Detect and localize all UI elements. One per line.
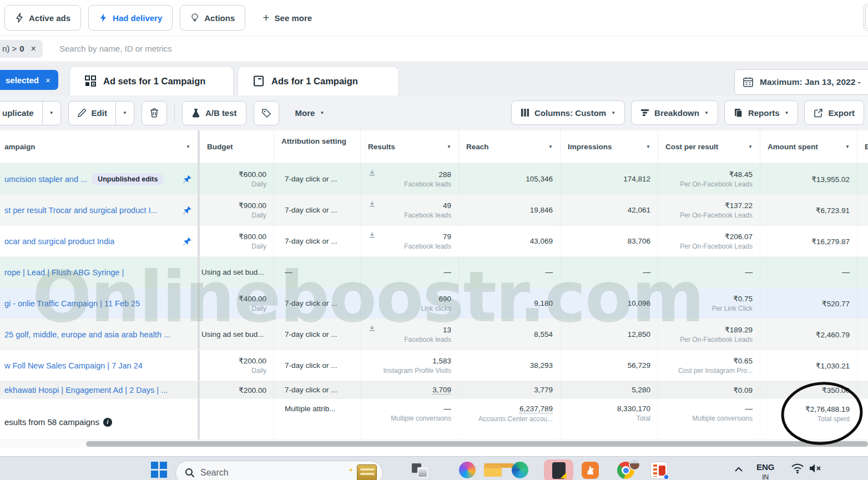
results-cell: 288Facebook leads [361,164,459,194]
windows-start-button[interactable] [151,462,168,478]
delete-button[interactable] [142,101,167,125]
edit-button[interactable]: Edit [69,102,115,125]
remove-filter-icon[interactable]: × [31,44,36,54]
filter-bar: Active ads Had delivery Actions + See mo… [0,0,868,36]
tag-button[interactable] [254,101,279,125]
sort-caret-icon[interactable]: ▼ [548,144,553,149]
download-icon[interactable] [369,324,376,334]
task-view-button[interactable] [412,462,428,478]
attribution-header-label: Attribution setting [281,137,346,145]
results-header-label: Results [368,143,395,151]
table-row[interactable]: 25 golf, middle, europe and asia arab he… [0,319,868,350]
campaign-link[interactable]: w Foll New Sales Campaign | 7 Jan 24 [4,361,143,370]
campaign-link[interactable]: rope | Lead | Flush ABG Syringe | [4,268,124,277]
info-icon[interactable]: i [103,418,112,427]
reports-label: Reports [748,108,780,118]
actions-filter-button[interactable]: Actions [180,5,245,31]
chrome-browser-icon[interactable] [617,462,640,479]
orange-app-icon[interactable] [582,462,599,479]
results-cell: 690Link clicks [361,288,459,319]
column-header-attribution[interactable]: Attribution setting [274,130,361,163]
amount-spent-cell: ₹350.00 [760,381,857,398]
see-more-button[interactable]: + See more [253,5,322,31]
clipped-cell [857,381,868,398]
selected-chip[interactable]: selected × [0,70,58,90]
tab-ads[interactable]: Ads for 1 Campaign [238,66,399,95]
pin-icon[interactable] [182,205,192,215]
download-icon[interactable] [369,169,376,179]
table-row[interactable]: ekhawati Hospi | Engagement Ad | 2 Days … [0,381,868,399]
profile-avatar [629,459,640,471]
search-input[interactable] [59,44,337,53]
clipped-toolbar-button[interactable] [865,5,868,29]
taskbar-search[interactable]: Search ✦ [175,461,383,480]
pin-icon[interactable] [182,236,192,246]
campaign-link[interactable]: umcision stapler and ... [4,175,87,184]
breakdown-button[interactable]: Breakdown ▼ [631,100,718,125]
copilot-icon[interactable] [459,462,476,478]
search-row: n) > 0 × [0,36,868,62]
sort-caret-icon[interactable]: ▼ [186,144,190,149]
language-label: ENG [756,462,775,472]
sort-caret-icon[interactable]: ▼ [845,144,850,149]
duplicate-dropdown[interactable]: ▼ [42,102,60,125]
table-row[interactable]: w Foll New Sales Campaign | 7 Jan 24 ₹20… [0,350,868,381]
sort-caret-icon[interactable]: ▼ [748,144,753,149]
wifi-icon[interactable] [791,463,804,476]
had-delivery-filter-button[interactable]: Had delivery [88,5,173,31]
results-cell: 49Facebook leads [361,195,459,225]
active-app-icon[interactable] [544,459,573,480]
download-icon[interactable] [369,231,376,241]
pin-icon[interactable] [182,174,192,184]
campaign-link[interactable]: ekhawati Hospi | Engagement Ad | 2 Days … [4,386,168,395]
reports-button[interactable]: Reports ▼ [724,100,799,125]
column-header-cost[interactable]: Cost per result ▼ [658,130,760,163]
media-app-icon[interactable] [650,462,668,479]
column-header-amount-spent[interactable]: Amount spent ▼ [760,130,857,163]
campaign-cell: gi - onlie Traffic Campaign | 11 Feb 25 [0,288,200,319]
edge-browser-icon[interactable] [512,462,528,478]
duplicate-button[interactable]: uplicate [0,102,42,125]
language-indicator[interactable]: ENG IN [756,462,775,480]
edit-dropdown[interactable]: ▼ [115,102,134,125]
table-row[interactable]: umcision stapler and ... Unpublished edi… [0,164,868,195]
filter-chip[interactable]: n) > 0 × [0,40,43,58]
date-range-button[interactable]: Maximum: Jan 13, 2022 - [734,69,868,95]
speaker-muted-icon[interactable] [809,463,822,476]
tab-ad-sets[interactable]: Ad sets for 1 Campaign [69,66,234,95]
table-row[interactable]: ocar and surgical product India ₹800.00D… [0,226,868,257]
columns-button[interactable]: Columns: Custom ▼ [511,100,625,125]
amount-spent-cell: ₹2,76,488.19Total spent [760,399,857,439]
column-header-budget[interactable]: Budget [200,130,274,163]
sort-caret-icon[interactable]: ▼ [447,144,451,149]
scrollbar-thumb[interactable] [86,441,868,447]
table-row[interactable]: gi - onlie Traffic Campaign | 11 Feb 25 … [0,288,868,319]
budget-header-label: Budget [207,143,233,151]
sort-caret-icon[interactable]: ▼ [646,144,650,149]
column-header-reach[interactable]: Reach ▼ [459,130,561,163]
campaign-link[interactable]: gi - onlie Traffic Campaign | 11 Feb 25 [4,299,140,308]
campaign-link[interactable]: 25 golf, middle, europe and asia arab he… [4,330,170,339]
table-row[interactable]: st per result Trocar and surgical produc… [0,195,868,226]
reach-cell: 19,846 [459,195,561,225]
date-range-label: Maximum: Jan 13, 2022 - [760,77,861,87]
campaign-link[interactable]: st per result Trocar and surgical produc… [4,206,158,215]
more-button[interactable]: More ▼ [286,101,334,125]
file-explorer-icon[interactable] [484,462,503,478]
tray-chevron-up-icon[interactable] [734,464,743,474]
clear-selection-icon[interactable]: × [46,75,51,85]
duplicate-split-button: uplicate ▼ [0,101,61,125]
download-icon[interactable] [369,200,376,210]
budget-cell: ₹600.00Daily [200,164,274,194]
active-ads-filter-button[interactable]: Active ads [4,5,81,31]
table-row[interactable]: rope | Lead | Flush ABG Syringe | Using … [0,257,868,288]
column-header-clipped[interactable]: E [857,130,868,163]
attribution-cell: 7-day click or ... [274,319,361,350]
export-button[interactable]: Export [804,100,864,125]
column-header-impressions[interactable]: Impressions ▼ [561,130,658,163]
ab-test-button[interactable]: A/B test [182,101,246,125]
column-header-campaign[interactable]: ampaign ▼ [0,130,200,163]
campaign-link[interactable]: ocar and surgical product India [4,237,114,246]
reach-cell: 43,069 [459,226,561,256]
column-header-results[interactable]: Results ▼ [361,130,459,163]
